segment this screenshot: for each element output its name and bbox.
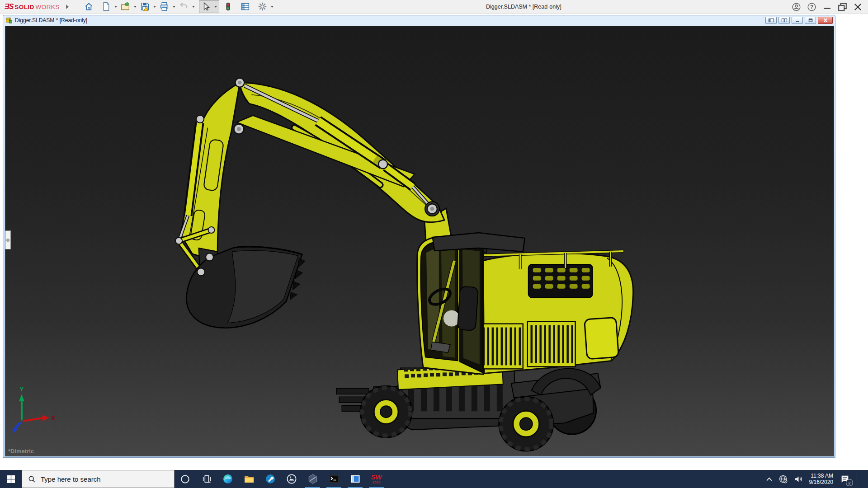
select-cursor-icon — [201, 2, 211, 11]
select-tool-dropdown[interactable] — [213, 1, 219, 13]
document-close-icon — [822, 18, 829, 23]
wrench-circle-icon — [265, 474, 276, 484]
document-restore-button[interactable] — [805, 17, 816, 24]
taskbar-item-edge[interactable] — [217, 470, 238, 488]
taskbar-item-settings-tool[interactable] — [259, 470, 281, 488]
dassault-mark: ƎS — [5, 3, 13, 11]
undo-button[interactable] — [177, 1, 191, 13]
rebuild-traffic-light-icon — [223, 2, 233, 11]
solidworks-logo: ƎS SOLIDWORKS — [5, 3, 60, 11]
document-window: Digger.SLDASM * [Read-only] — [3, 15, 835, 458]
assembly-document-icon — [5, 17, 13, 24]
save-icon — [140, 2, 150, 11]
svg-text:X: X — [52, 415, 56, 422]
document-minimize-icon — [794, 18, 801, 23]
svg-text:Y: Y — [20, 386, 24, 393]
home-icon — [84, 2, 94, 11]
quick-access-toolbar — [82, 0, 275, 13]
clock-time: 11:38 AM — [811, 473, 833, 479]
command-prompt-icon — [329, 474, 340, 484]
graphics-viewport[interactable]: Y X *Dimetric — [5, 26, 834, 456]
select-tool-button[interactable] — [199, 1, 213, 13]
open-button[interactable] — [119, 1, 132, 13]
splitter-handle-dot — [6, 239, 9, 242]
volume-icon[interactable] — [794, 474, 803, 484]
tray-chevron-icon[interactable] — [766, 477, 773, 482]
window-title: Digger.SLDASM * [Read-only] — [486, 0, 561, 14]
main-titlebar: ƎS SOLIDWORKS — [0, 0, 868, 14]
taskbar-item-window-app[interactable] — [344, 470, 366, 488]
taskbar-item-file-explorer[interactable] — [238, 470, 259, 488]
help-button[interactable]: ? — [804, 1, 819, 13]
search-icon — [28, 475, 36, 483]
file-explorer-icon — [244, 474, 255, 484]
undo-dropdown[interactable] — [191, 1, 197, 13]
close-button[interactable] — [850, 1, 865, 13]
print-dropdown[interactable] — [171, 1, 177, 13]
network-globe-icon[interactable] — [778, 474, 788, 484]
document-titlebar[interactable]: Digger.SLDASM * [Read-only] — [3, 15, 835, 25]
taskbar-item-cortana[interactable] — [175, 470, 196, 488]
taskbar: Type here to search — [0, 470, 868, 488]
help-icon: ? — [807, 2, 816, 12]
design-table-icon — [241, 2, 250, 11]
undo-icon — [179, 2, 189, 11]
account-button[interactable] — [788, 1, 804, 13]
menu-expand-arrow-icon[interactable] — [66, 5, 69, 9]
taskbar-clock[interactable]: 11:38 AM 9/16/2020 — [809, 473, 833, 486]
tray-separator — [857, 473, 857, 485]
task-view-icon — [202, 474, 212, 484]
system-tray: 11:38 AM 9/16/2020 2 — [766, 470, 868, 488]
excavator-model[interactable]: Y X — [5, 26, 834, 456]
rebuild-button[interactable] — [222, 1, 235, 13]
taskbar-item-command-prompt[interactable] — [323, 470, 344, 488]
document-minimize-button[interactable] — [792, 17, 803, 24]
pane-right-icon — [781, 18, 788, 23]
taskbar-item-task-view[interactable] — [196, 470, 217, 488]
cab — [417, 237, 483, 374]
restore-button[interactable] — [835, 1, 850, 13]
minimize-icon — [822, 2, 832, 12]
taskbar-item-hexagon-app[interactable] — [302, 470, 323, 488]
titlebar-controls: ? — [788, 0, 865, 14]
action-center-button[interactable]: 2 — [839, 473, 851, 485]
taskbar-icons: SW 2020 — [175, 470, 387, 488]
view-orientation-label: *Dimetric — [8, 448, 34, 455]
print-icon — [160, 2, 169, 11]
photos-icon — [286, 474, 297, 484]
taskbar-search[interactable]: Type here to search — [22, 470, 175, 488]
window-app-icon — [350, 474, 361, 484]
document-title: Digger.SLDASM * [Read-only] — [15, 17, 87, 23]
cortana-icon — [180, 474, 190, 484]
open-dropdown[interactable] — [132, 1, 138, 13]
options-dropdown[interactable] — [269, 1, 275, 13]
start-button[interactable] — [0, 470, 22, 488]
options-button[interactable] — [256, 1, 269, 13]
new-document-icon — [101, 2, 111, 11]
edge-icon — [222, 474, 233, 484]
close-icon — [853, 2, 863, 12]
options-gear-icon — [258, 2, 267, 11]
save-button[interactable] — [138, 1, 152, 13]
document-close-button[interactable] — [818, 17, 833, 24]
reference-triad: Y X — [11, 386, 56, 433]
document-window-controls — [765, 17, 833, 24]
print-button[interactable] — [158, 1, 171, 13]
save-dropdown[interactable] — [152, 1, 158, 13]
solidworks-application-window: ƎS SOLIDWORKS — [0, 0, 868, 488]
bucket — [186, 247, 305, 328]
search-placeholder: Type here to search — [41, 475, 101, 483]
featuremanager-collapsed-tab[interactable] — [5, 230, 11, 249]
taskbar-item-photos[interactable] — [281, 470, 302, 488]
new-document-button[interactable] — [99, 1, 113, 13]
taskbar-item-solidworks[interactable]: SW 2020 — [366, 470, 387, 488]
pane-right-button[interactable] — [778, 17, 790, 24]
show-desktop-button[interactable] — [863, 470, 867, 488]
new-document-dropdown[interactable] — [113, 1, 119, 13]
minimize-button[interactable] — [819, 1, 835, 13]
pane-left-button[interactable] — [765, 17, 777, 24]
open-icon — [121, 2, 130, 11]
home-button[interactable] — [82, 1, 96, 13]
windows-logo-icon — [7, 475, 15, 483]
design-table-button[interactable] — [239, 1, 252, 13]
